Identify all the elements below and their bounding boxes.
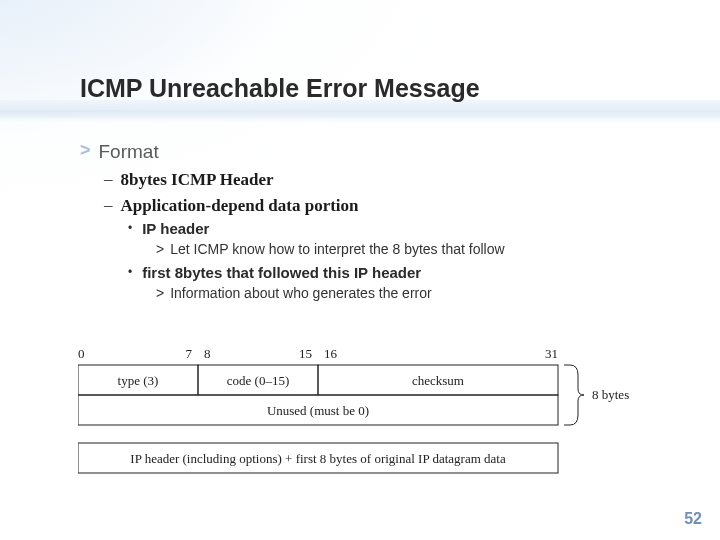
dash-icon: – bbox=[104, 169, 113, 191]
bullet-ipheader-sub: > Let ICMP know how to interpret the 8 b… bbox=[156, 240, 680, 258]
bit-label: 8 bbox=[204, 346, 211, 361]
bit-label: 31 bbox=[545, 346, 558, 361]
bullet-first8-sub: > Information about who generates the er… bbox=[156, 284, 680, 302]
packet-diagram: 0 7 8 15 16 31 type (3) code (0–15) chec… bbox=[78, 345, 648, 495]
bullet-text: first 8bytes that followed this IP heade… bbox=[142, 263, 421, 283]
bullet-text: IP header bbox=[142, 219, 209, 239]
content-area: > Format – 8bytes ICMP Header – Applicat… bbox=[80, 140, 680, 306]
cell-code: code (0–15) bbox=[227, 373, 289, 388]
cell-checksum: checksum bbox=[412, 373, 464, 388]
bit-label: 0 bbox=[78, 346, 85, 361]
chevron-icon: > bbox=[80, 140, 91, 165]
cell-payload: IP header (including options) + first 8 … bbox=[130, 451, 506, 466]
chevron-icon: > bbox=[156, 284, 164, 302]
bit-label: 7 bbox=[186, 346, 193, 361]
bullet-text: Application-depend data portion bbox=[121, 195, 359, 217]
bullet-text: Format bbox=[99, 140, 159, 165]
slide-title: ICMP Unreachable Error Message bbox=[80, 74, 480, 103]
cell-type: type (3) bbox=[118, 373, 159, 388]
bullet-first8: • first 8bytes that followed this IP hea… bbox=[128, 263, 680, 283]
header-decor bbox=[0, 100, 720, 136]
bullet-appdata: – Application-depend data portion bbox=[104, 195, 680, 217]
dash-icon: – bbox=[104, 195, 113, 217]
bit-label: 16 bbox=[324, 346, 338, 361]
bullet-format: > Format bbox=[80, 140, 680, 165]
bullet-header8: – 8bytes ICMP Header bbox=[104, 169, 680, 191]
chevron-icon: > bbox=[156, 240, 164, 258]
bullet-text: Information about who generates the erro… bbox=[170, 284, 432, 302]
bullet-text: 8bytes ICMP Header bbox=[121, 169, 274, 191]
brace-label: 8 bytes bbox=[592, 387, 629, 402]
cell-unused: Unused (must be 0) bbox=[267, 403, 369, 418]
bit-label: 15 bbox=[299, 346, 312, 361]
dot-icon: • bbox=[128, 219, 132, 239]
page-number: 52 bbox=[684, 510, 702, 528]
bullet-ipheader: • IP header bbox=[128, 219, 680, 239]
bullet-text: Let ICMP know how to interpret the 8 byt… bbox=[170, 240, 504, 258]
slide: ICMP Unreachable Error Message > Format … bbox=[0, 0, 720, 540]
dot-icon: • bbox=[128, 263, 132, 283]
